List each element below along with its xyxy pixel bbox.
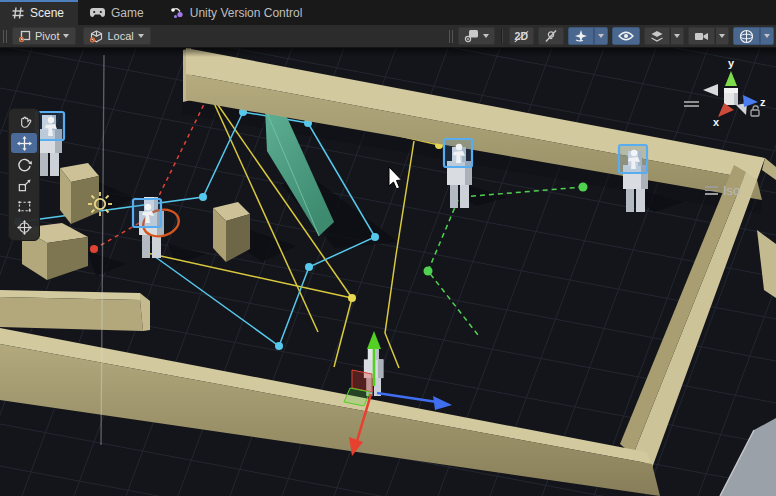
- pivot-label: Pivot: [35, 30, 59, 42]
- pivot-icon: [19, 30, 31, 42]
- toolbar-separator: [501, 29, 503, 43]
- effects-toggle[interactable]: [568, 27, 594, 45]
- lighting-toggle[interactable]: [538, 27, 564, 45]
- camera-dropdown[interactable]: [688, 27, 729, 45]
- selection-icon-1: [36, 112, 64, 140]
- transform-tool-button[interactable]: [11, 217, 37, 237]
- effects-caret[interactable]: [594, 27, 608, 45]
- box-obstacle-1[interactable]: [60, 163, 99, 224]
- eye-icon: [618, 30, 634, 42]
- draw-mode-icon: [464, 29, 479, 43]
- iso-lines-icon: [705, 184, 718, 198]
- local-dropdown[interactable]: Local: [83, 27, 150, 45]
- light-off-icon: [544, 29, 558, 43]
- globe-gizmo-icon: [739, 29, 754, 44]
- scale-icon: [17, 178, 32, 193]
- camera-button[interactable]: [688, 27, 715, 45]
- box-obstacle-3[interactable]: [213, 202, 250, 262]
- draw-mode-dropdown[interactable]: [458, 27, 495, 45]
- selection-icon-4: [619, 145, 647, 173]
- wall-bottom[interactable]: [0, 328, 660, 496]
- version-control-icon: [170, 6, 184, 19]
- transform-icon: [17, 220, 32, 235]
- scene-toolbar-right: 2D: [446, 27, 776, 45]
- layers-dropdown[interactable]: [644, 27, 684, 45]
- tab-game-label: Game: [111, 6, 144, 20]
- axis-cone-y[interactable]: [725, 71, 737, 86]
- wall-fragment-right-edge[interactable]: [757, 230, 776, 298]
- rotate-tool-button[interactable]: [11, 154, 37, 174]
- local-cube-icon: [90, 30, 103, 43]
- tools-overlay: [8, 108, 40, 241]
- gizmos-dropdown[interactable]: [733, 27, 774, 45]
- gizmos-button[interactable]: [733, 27, 760, 45]
- chevron-down-icon: [598, 34, 604, 38]
- iso-label: Iso: [723, 183, 740, 198]
- camera-icon: [694, 31, 709, 42]
- move-tool-button[interactable]: [11, 133, 37, 153]
- layers-button[interactable]: [644, 27, 670, 45]
- 2d-label: 2D: [515, 30, 528, 42]
- gamepad-icon: [90, 7, 105, 18]
- axis-label-y: y: [728, 57, 735, 69]
- wall-left-small[interactable]: [0, 290, 150, 331]
- draw-mode-button[interactable]: [458, 27, 495, 45]
- axis-cone-white-left[interactable]: [703, 84, 718, 96]
- toolbar-shadow: [0, 48, 776, 57]
- pivot-dropdown[interactable]: Pivot: [12, 27, 76, 45]
- camera-caret[interactable]: [715, 27, 729, 45]
- 2d-toggle[interactable]: 2D: [509, 27, 534, 45]
- tab-scene[interactable]: Scene: [0, 0, 78, 25]
- gizmos-caret[interactable]: [760, 27, 774, 45]
- axis-cone-x[interactable]: [718, 103, 734, 117]
- rect-tool-button[interactable]: [11, 196, 37, 216]
- selection-icon-3: [444, 139, 472, 167]
- chevron-down-icon: [138, 34, 144, 38]
- local-label: Local: [107, 30, 133, 42]
- chevron-down-icon: [764, 34, 770, 38]
- chevron-down-icon: [719, 34, 725, 38]
- effects-dropdown[interactable]: [568, 27, 608, 45]
- gray-plane-corner[interactable]: [720, 418, 776, 496]
- layers-caret[interactable]: [670, 27, 684, 45]
- chevron-down-icon: [63, 34, 69, 38]
- projection-toggle[interactable]: Iso: [705, 183, 740, 198]
- rect-icon: [17, 199, 32, 214]
- gizmo-cube-top: [724, 88, 738, 93]
- selection-icon-2: [133, 199, 161, 227]
- axis-label-x: x: [713, 116, 720, 128]
- effects-icon: [574, 29, 588, 43]
- scene-toolbar: Pivot Local 2D: [0, 25, 776, 48]
- move-icon: [17, 136, 32, 151]
- layers-icon: [650, 30, 664, 43]
- scale-tool-button[interactable]: [11, 175, 37, 195]
- toolbar-drag-handle-right[interactable]: [449, 30, 455, 43]
- toolbar-drag-handle[interactable]: [3, 30, 9, 43]
- tab-version-control[interactable]: Unity Version Control: [158, 0, 317, 25]
- hand-tool-button[interactable]: [11, 112, 37, 132]
- tab-game[interactable]: Game: [78, 0, 158, 25]
- lock-icon[interactable]: [749, 103, 761, 121]
- tab-version-control-label: Unity Version Control: [190, 6, 303, 20]
- mouse-cursor: [389, 167, 402, 189]
- tab-bar: Scene Game Unity Version Control: [0, 0, 776, 26]
- hand-icon: [17, 115, 32, 130]
- overlay-menu-icon[interactable]: [684, 99, 699, 109]
- chevron-down-icon: [483, 34, 489, 38]
- chevron-down-icon: [674, 34, 680, 38]
- scene-visibility-toggle[interactable]: [612, 27, 640, 45]
- tab-scene-label: Scene: [30, 6, 64, 20]
- scene-viewport[interactable]: y z x Iso: [0, 48, 776, 496]
- grid-icon: [12, 7, 24, 19]
- rotate-icon: [17, 157, 32, 172]
